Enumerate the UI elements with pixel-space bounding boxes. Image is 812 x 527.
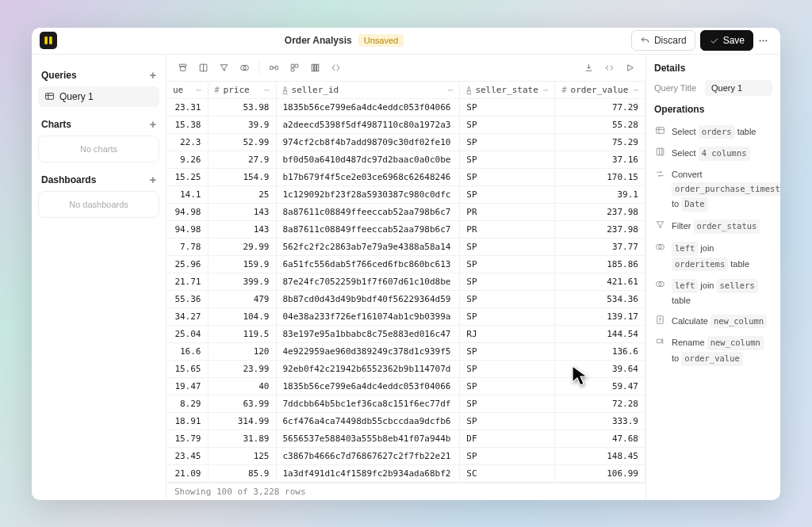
table-cell[interactable]: 1a3df491d1c4f1589fc2b934ada68bf2 [276, 464, 460, 482]
table-row[interactable]: 9.2627.9bf0d50a6410d487dc97d2baac0a0c0be… [167, 151, 645, 168]
table-cell[interactable]: SP [460, 273, 555, 290]
query-title-input[interactable]: Query 1 [705, 80, 772, 96]
table-row[interactable]: 18.91314.996cf476a4ca74498db55cbccdaa9dc… [167, 412, 645, 430]
table-cell[interactable]: 144.54 [555, 325, 645, 342]
table-cell[interactable]: 5656537e588403a555b8eb41f07a944b [276, 430, 460, 447]
columns-tool[interactable] [193, 58, 213, 77]
table-row[interactable]: 14.1251c129092bf23f28a5930387c980c0dfcSP… [167, 185, 645, 203]
table-cell[interactable]: 92eb0f42c21942b6552362b9b114707d [276, 360, 460, 377]
table-cell[interactable]: 120 [208, 342, 276, 360]
download-button[interactable] [579, 58, 598, 77]
table-cell[interactable]: SC [460, 464, 555, 482]
table-cell[interactable]: SP [460, 133, 555, 151]
filter-tool[interactable] [214, 58, 233, 77]
table-cell[interactable]: 39.9 [208, 116, 276, 133]
add-chart-button[interactable]: + [150, 118, 156, 131]
table-cell[interactable]: 18.91 [167, 412, 208, 430]
table-cell[interactable]: 29.99 [208, 238, 276, 255]
table-cell[interactable]: 562fc2f2c2863ab7e79a9e4388a58a14 [276, 238, 460, 255]
join-tool[interactable] [235, 58, 254, 77]
group-tool[interactable] [285, 58, 304, 77]
table-cell[interactable]: 37.16 [555, 151, 645, 168]
table-cell[interactable]: 534.36 [555, 290, 645, 307]
column-menu-button[interactable]: ⋯ [196, 85, 201, 95]
table-cell[interactable]: 8b87cd0d43d49b9bdf40f56229364d59 [276, 290, 460, 307]
table-cell[interactable]: SP [460, 98, 555, 116]
table-cell[interactable]: 47.68 [555, 430, 645, 447]
table-cell[interactable]: 37.77 [555, 238, 645, 255]
table-cell[interactable]: 159.9 [208, 255, 276, 273]
table-cell[interactable]: 23.45 [167, 447, 208, 464]
table-cell[interactable]: 14.1 [167, 185, 208, 203]
operation-item[interactable]: Rename new_column to order_value [654, 332, 772, 370]
table-cell[interactable]: c3867b4666c7d76867627c2f7fb22e21 [276, 447, 460, 464]
column-menu-button[interactable]: ⋯ [448, 85, 454, 95]
table-row[interactable]: 15.25154.9b17b679f4f5ce2e03ce6968c626482… [167, 168, 645, 185]
table-cell[interactable]: 53.98 [208, 98, 276, 116]
table-cell[interactable]: 399.9 [208, 273, 276, 290]
table-row[interactable]: 15.7931.895656537e588403a555b8eb41f07a94… [167, 430, 645, 447]
table-cell[interactable]: 237.98 [555, 220, 645, 238]
table-row[interactable]: 25.04119.583e197e95a1bbabc8c75e883ed016c… [167, 325, 645, 342]
table-cell[interactable]: 170.15 [555, 168, 645, 185]
data-grid[interactable]: ue⋯#price⋯Aseller_id⋯Aseller_state⋯#orde… [167, 82, 645, 483]
table-cell[interactable]: 143 [208, 203, 276, 220]
table-cell[interactable]: a2deecd5398f5df4987110c80a1972a3 [276, 116, 460, 133]
aggregate-tool[interactable] [305, 58, 324, 77]
table-cell[interactable]: 27.9 [208, 151, 276, 168]
table-cell[interactable]: 87e24fc7052259b1f7f607d61c10d8be [276, 273, 460, 290]
table-cell[interactable]: SP [460, 360, 555, 377]
table-cell[interactable]: 7ddcbb64b5bc1ef36ca8c151f6ec77df [276, 395, 460, 412]
table-cell[interactable]: 55.36 [167, 290, 208, 307]
table-cell[interactable]: b17b679f4f5ce2e03ce6968c62648246 [276, 168, 460, 185]
table-cell[interactable]: 04e38a233f726ef161074ab1c9b0399a [276, 307, 460, 325]
query-item[interactable]: Query 1 [38, 86, 159, 107]
table-cell[interactable]: 23.99 [208, 360, 276, 377]
table-cell[interactable]: 15.38 [167, 116, 208, 133]
table-cell[interactable]: 479 [208, 290, 276, 307]
table-cell[interactable]: 237.98 [555, 203, 645, 220]
table-cell[interactable]: SP [460, 447, 555, 464]
table-cell[interactable]: 125 [208, 447, 276, 464]
table-cell[interactable]: SP [460, 255, 555, 273]
table-row[interactable]: 94.981438a87611c08849ffeeccab52aa798b6c7… [167, 220, 645, 238]
table-cell[interactable]: 8a87611c08849ffeeccab52aa798b6c7 [276, 203, 460, 220]
table-cell[interactable]: 106.99 [555, 464, 645, 482]
table-cell[interactable]: 22.3 [167, 133, 208, 151]
operation-item[interactable]: Convert order_purchase_timestamp to Date [654, 165, 772, 216]
table-cell[interactable]: SP [460, 238, 555, 255]
add-dashboard-button[interactable]: + [150, 174, 156, 186]
table-cell[interactable]: 77.29 [555, 98, 645, 116]
table-cell[interactable]: 94.98 [167, 203, 208, 220]
operation-item[interactable]: left join sellers table [654, 275, 772, 310]
table-cell[interactable]: 19.47 [167, 377, 208, 395]
table-row[interactable]: 15.3839.9a2deecd5398f5df4987110c80a1972a… [167, 116, 645, 133]
column-header[interactable]: Aseller_id⋯ [276, 82, 460, 99]
overflow-menu-button[interactable] [753, 31, 772, 50]
table-cell[interactable]: 7.78 [167, 238, 208, 255]
table-row[interactable]: 19.47401835b56ce799e6a4dc4eddc053f04066S… [167, 377, 645, 395]
table-row[interactable]: 21.0985.91a3df491d1c4f1589fc2b934ada68bf… [167, 464, 645, 482]
table-cell[interactable]: 6cf476a4ca74498db55cbccdaa9dcfb6 [276, 412, 460, 430]
table-cell[interactable]: SP [460, 377, 555, 395]
table-cell[interactable]: 119.5 [208, 325, 276, 342]
table-cell[interactable]: DF [460, 430, 555, 447]
add-query-button[interactable]: + [150, 69, 156, 82]
column-menu-button[interactable]: ⋯ [543, 85, 549, 95]
table-cell[interactable]: SP [460, 151, 555, 168]
table-row[interactable]: 23.45125c3867b4666c7d76867627c2f7fb22e21… [167, 447, 645, 464]
table-cell[interactable]: 4e922959ae960d389249c378d1c939f5 [276, 342, 460, 360]
table-cell[interactable]: 9.26 [167, 151, 208, 168]
table-row[interactable]: 94.981438a87611c08849ffeeccab52aa798b6c7… [167, 203, 645, 220]
table-cell[interactable]: SP [460, 342, 555, 360]
table-cell[interactable]: 8.29 [167, 395, 208, 412]
table-cell[interactable]: 39.64 [555, 360, 645, 377]
table-cell[interactable]: 421.61 [555, 273, 645, 290]
operation-item[interactable]: Filter order_status [654, 216, 772, 238]
operation-item[interactable]: left join orderitems table [654, 238, 772, 276]
table-row[interactable]: 16.61204e922959ae960d389249c378d1c939f5S… [167, 342, 645, 360]
table-cell[interactable]: 40 [208, 377, 276, 395]
table-row[interactable]: 21.71399.987e24fc7052259b1f7f607d61c10d8… [167, 273, 645, 290]
discard-button[interactable]: Discard [631, 30, 695, 51]
table-cell[interactable]: 15.65 [167, 360, 208, 377]
